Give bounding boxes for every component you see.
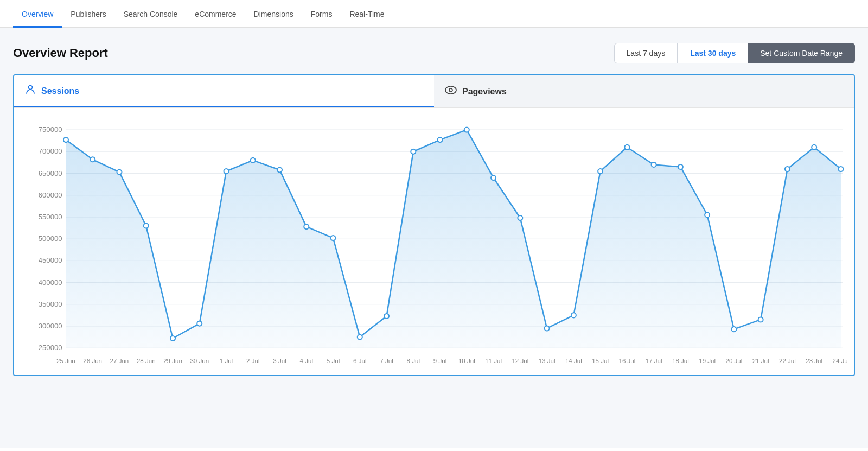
svg-text:6 Jul: 6 Jul — [353, 358, 366, 364]
nav-item-realtime[interactable]: Real-Time — [341, 0, 393, 28]
data-point — [197, 321, 202, 326]
chart-card: Sessions Pageviews — [13, 74, 855, 376]
svg-text:9 Jul: 9 Jul — [433, 358, 446, 364]
svg-point-2 — [449, 88, 452, 92]
svg-text:23 Jul: 23 Jul — [806, 358, 822, 364]
svg-text:400000: 400000 — [39, 278, 62, 287]
data-point — [812, 145, 816, 150]
last-7-days-button[interactable]: Last 7 days — [614, 43, 678, 63]
data-point — [411, 149, 416, 154]
svg-text:2 Jul: 2 Jul — [246, 358, 259, 364]
data-point — [277, 168, 282, 173]
tab-pageviews[interactable]: Pageviews — [434, 75, 854, 107]
svg-text:19 Jul: 19 Jul — [699, 358, 716, 364]
data-point — [251, 158, 256, 163]
data-point — [518, 215, 522, 220]
data-point — [384, 314, 389, 319]
svg-text:4 Jul: 4 Jul — [300, 358, 313, 364]
data-point — [224, 169, 228, 174]
date-controls: Last 7 days Last 30 days Set Custom Date… — [614, 43, 855, 63]
svg-text:29 Jun: 29 Jun — [163, 358, 182, 364]
data-point — [491, 175, 496, 180]
chart-area: 750000 700000 650000 600000 550000 50000… — [14, 108, 854, 375]
data-point — [331, 236, 336, 240]
svg-text:600000: 600000 — [39, 191, 62, 199]
svg-text:650000: 650000 — [39, 169, 62, 177]
tab-sessions[interactable]: Sessions — [14, 75, 434, 107]
svg-text:550000: 550000 — [39, 213, 62, 221]
svg-point-1 — [445, 86, 456, 94]
svg-text:7 Jul: 7 Jul — [380, 358, 393, 364]
svg-text:10 Jul: 10 Jul — [458, 358, 475, 364]
nav-item-search-console[interactable]: Search Console — [115, 0, 187, 28]
line-chart-svg: 750000 700000 650000 600000 550000 50000… — [20, 119, 848, 370]
svg-text:28 Jun: 28 Jun — [137, 358, 156, 364]
pageviews-icon — [445, 86, 457, 97]
svg-text:14 Jul: 14 Jul — [565, 358, 582, 364]
data-point — [652, 162, 656, 167]
tab-sessions-label: Sessions — [41, 86, 79, 96]
svg-text:5 Jul: 5 Jul — [327, 358, 340, 364]
svg-text:300000: 300000 — [39, 322, 62, 330]
svg-text:18 Jul: 18 Jul — [672, 358, 689, 364]
data-point — [624, 145, 629, 150]
data-point — [90, 157, 95, 162]
svg-text:11 Jul: 11 Jul — [485, 358, 502, 364]
last-30-days-button[interactable]: Last 30 days — [678, 43, 748, 63]
svg-text:250000: 250000 — [39, 344, 62, 352]
svg-text:450000: 450000 — [39, 256, 62, 264]
data-point — [758, 317, 763, 322]
data-point — [358, 335, 362, 340]
svg-text:700000: 700000 — [39, 147, 62, 155]
data-point — [304, 224, 309, 229]
page-title: Overview Report — [13, 46, 108, 60]
data-point — [598, 169, 603, 174]
nav-item-publishers[interactable]: Publishers — [62, 0, 114, 28]
data-point — [63, 137, 68, 142]
data-point — [678, 164, 683, 169]
main-content: Overview Report Last 7 days Last 30 days… — [0, 28, 868, 448]
svg-text:15 Jul: 15 Jul — [592, 358, 609, 364]
svg-text:13 Jul: 13 Jul — [539, 358, 556, 364]
data-point — [464, 128, 469, 132]
data-point — [838, 167, 843, 171]
sessions-icon — [25, 84, 36, 98]
svg-text:750000: 750000 — [39, 125, 62, 134]
header-row: Overview Report Last 7 days Last 30 days… — [13, 43, 855, 63]
svg-text:8 Jul: 8 Jul — [407, 358, 420, 364]
nav-item-overview[interactable]: Overview — [13, 0, 62, 28]
svg-text:500000: 500000 — [39, 234, 62, 243]
data-point — [117, 170, 122, 175]
top-navigation: Overview Publishers Search Console eComm… — [0, 0, 868, 28]
data-point — [170, 336, 175, 341]
tab-pageviews-label: Pageviews — [462, 87, 507, 97]
data-point — [785, 167, 790, 171]
svg-text:30 Jun: 30 Jun — [190, 358, 209, 364]
svg-text:12 Jul: 12 Jul — [512, 358, 528, 364]
nav-item-forms[interactable]: Forms — [302, 0, 341, 28]
svg-text:21 Jul: 21 Jul — [752, 358, 769, 364]
svg-text:24 Jul: 24 Jul — [833, 358, 848, 364]
svg-text:17 Jul: 17 Jul — [646, 358, 662, 364]
svg-text:22 Jul: 22 Jul — [779, 358, 796, 364]
data-point — [144, 224, 149, 228]
data-point — [438, 137, 443, 142]
nav-item-dimensions[interactable]: Dimensions — [245, 0, 302, 28]
data-point — [545, 326, 550, 331]
svg-text:3 Jul: 3 Jul — [273, 358, 286, 364]
svg-text:20 Jul: 20 Jul — [725, 358, 742, 364]
data-point — [705, 212, 710, 217]
svg-text:350000: 350000 — [39, 300, 62, 308]
data-point — [571, 313, 576, 317]
svg-point-0 — [29, 86, 33, 90]
svg-text:27 Jun: 27 Jun — [110, 358, 129, 364]
chart-tabs: Sessions Pageviews — [14, 75, 854, 108]
svg-text:16 Jul: 16 Jul — [618, 358, 635, 364]
svg-text:1 Jul: 1 Jul — [220, 358, 233, 364]
svg-text:26 Jun: 26 Jun — [83, 358, 102, 364]
data-point — [731, 327, 736, 332]
svg-text:25 Jun: 25 Jun — [56, 358, 75, 364]
nav-item-ecommerce[interactable]: eCommerce — [186, 0, 245, 28]
custom-date-range-button[interactable]: Set Custom Date Range — [748, 43, 855, 63]
